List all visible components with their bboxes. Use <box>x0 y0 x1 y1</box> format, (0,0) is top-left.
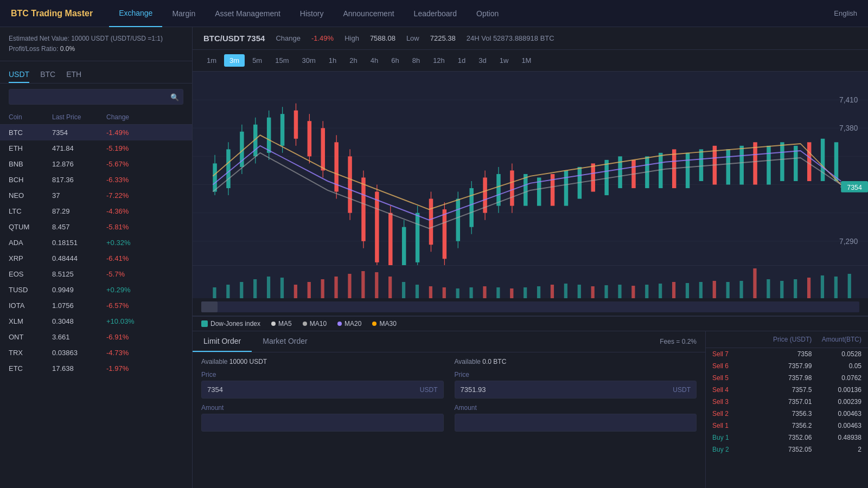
time-tab-1d[interactable]: 1d <box>452 54 471 67</box>
coin-price: 8.5125 <box>52 270 106 278</box>
chart-header: BTC/USDT 7354 Change -1.49% High 7588.08… <box>193 27 868 50</box>
legend-ma5-icon <box>271 322 276 326</box>
coin-row-etc[interactable]: ETC 17.638 -1.97% <box>0 361 192 376</box>
coin-tab-usdt[interactable]: USDT <box>9 67 29 83</box>
svg-rect-80 <box>780 142 784 181</box>
time-tab-1h[interactable]: 1h <box>323 54 342 67</box>
time-tab-3d[interactable]: 3d <box>473 54 492 67</box>
buy-price-label: Price <box>201 371 444 378</box>
coin-row-ada[interactable]: ADA 0.18151 +0.32% <box>0 235 192 251</box>
svg-rect-146 <box>672 282 675 298</box>
chart-change: -1.49% <box>311 34 334 42</box>
coin-price: 0.3048 <box>52 317 106 325</box>
svg-text:7,380: 7,380 <box>839 124 858 132</box>
time-tab-15m[interactable]: 15m <box>270 54 294 67</box>
coin-row-eos[interactable]: EOS 8.5125 -5.7% <box>0 266 192 282</box>
order-content: Available 10000 USDT Price USDT Amount <box>193 352 705 442</box>
ob-sell-7-label: Sell 7 <box>712 350 762 358</box>
coin-tab-eth[interactable]: ETH <box>66 67 81 83</box>
svg-rect-112 <box>213 287 216 298</box>
svg-rect-131 <box>469 287 473 298</box>
coin-name: NEO <box>9 191 52 200</box>
svg-rect-116 <box>267 277 270 298</box>
coin-price: 1.0756 <box>52 301 106 310</box>
time-tab-4h[interactable]: 4h <box>365 54 384 67</box>
nav-item-history[interactable]: History <box>290 0 334 27</box>
ob-sell-6-label: Sell 6 <box>712 362 762 370</box>
sell-amount-input-wrap <box>455 414 697 432</box>
nav-item-announcement[interactable]: Announcement <box>333 0 404 27</box>
header-change: Change <box>106 113 161 121</box>
coin-row-xrp[interactable]: XRP 0.48444 -6.41% <box>0 251 192 266</box>
buy-amount-input[interactable] <box>202 414 443 431</box>
svg-rect-124 <box>375 272 378 298</box>
svg-rect-79 <box>767 146 770 185</box>
coin-tab-btc[interactable]: BTC <box>40 67 55 83</box>
search-input[interactable] <box>9 89 183 105</box>
time-tab-2h[interactable]: 2h <box>344 54 362 67</box>
svg-rect-66 <box>591 163 595 191</box>
svg-rect-156 <box>807 278 810 298</box>
time-tab-30m[interactable]: 30m <box>296 54 321 67</box>
coin-row-iota[interactable]: IOTA 1.0756 -6.57% <box>0 298 192 313</box>
coin-row-bch[interactable]: BCH 817.36 -6.33% <box>0 172 192 188</box>
ob-sell-2: Sell 2 7356.3 0.00463 <box>706 408 868 420</box>
time-tab-3m[interactable]: 3m <box>224 54 245 67</box>
coin-row-btc[interactable]: BTC 7354 -1.49% <box>0 125 192 140</box>
svg-rect-68 <box>618 156 622 188</box>
time-tab-5m[interactable]: 5m <box>247 54 267 67</box>
svg-rect-154 <box>780 281 783 298</box>
coin-row-neo[interactable]: NEO 37 -7.22% <box>0 188 192 203</box>
nav-item-exchange[interactable]: Exchange <box>109 0 162 27</box>
coin-change: +0.32% <box>106 239 161 247</box>
coin-row-ont[interactable]: ONT 3.661 -6.91% <box>0 329 192 345</box>
legend-ma10-icon <box>303 322 307 326</box>
svg-rect-158 <box>834 277 838 298</box>
coin-row-tusd[interactable]: TUSD 0.9949 +0.29% <box>0 282 192 298</box>
order-tab-limit[interactable]: Limit Order <box>193 331 252 352</box>
ob-buy-2-amount: 2 <box>812 446 861 453</box>
order-tab-market[interactable]: Market Order <box>252 331 318 352</box>
time-tab-8h[interactable]: 8h <box>407 54 425 67</box>
coin-price: 17.638 <box>52 364 106 373</box>
svg-rect-142 <box>618 285 621 298</box>
svg-rect-113 <box>226 285 229 298</box>
low-label: Low <box>406 34 419 42</box>
svg-rect-61 <box>524 174 527 206</box>
coin-row-bnb[interactable]: BNB 12.876 -5.67% <box>0 156 192 172</box>
coin-row-xlm[interactable]: XLM 0.3048 +10.03% <box>0 313 192 329</box>
nav-item-margin[interactable]: Margin <box>162 0 205 27</box>
svg-rect-120 <box>321 279 324 298</box>
buy-price-input[interactable] <box>202 381 414 398</box>
coin-name: XLM <box>9 317 52 325</box>
ob-buy-2-label: Buy 2 <box>712 446 762 453</box>
svg-rect-150 <box>726 282 730 298</box>
ob-sell-4: Sell 4 7357.5 0.00136 <box>706 384 868 396</box>
coin-price: 0.9949 <box>52 286 106 294</box>
coin-row-ltc[interactable]: LTC 87.29 -4.36% <box>0 203 192 219</box>
time-tab-1m[interactable]: 1m <box>201 54 222 67</box>
nav-language[interactable]: English <box>834 9 857 17</box>
header-price: Last Price <box>52 113 106 121</box>
time-tab-6h[interactable]: 6h <box>386 54 404 67</box>
time-tab-1w[interactable]: 1w <box>494 54 514 67</box>
coin-price: 37 <box>52 191 106 200</box>
ob-sell-1: Sell 1 7356.2 0.00463 <box>706 420 868 432</box>
nav-item-leaderboard[interactable]: Leaderboard <box>404 0 467 27</box>
svg-rect-134 <box>510 288 513 298</box>
nav-item-option[interactable]: Option <box>467 0 508 27</box>
coin-row-eth[interactable]: ETH 471.84 -5.19% <box>0 140 192 156</box>
nav-item-asset[interactable]: Asset Management <box>205 0 290 27</box>
coin-row-trx[interactable]: TRX 0.03863 -4.73% <box>0 345 192 361</box>
order-tabs: Limit Order Market Order Fees = 0.2% <box>193 331 705 352</box>
svg-rect-128 <box>429 286 432 298</box>
coin-name: BCH <box>9 176 52 184</box>
time-tab-12h[interactable]: 12h <box>427 54 450 67</box>
sell-price-input[interactable] <box>455 381 668 398</box>
net-value-text: Estimated Net Value: 10000 USDT (USDT/US… <box>9 34 183 44</box>
sell-amount-input[interactable] <box>455 414 697 431</box>
ob-sell-4-price: 7357.5 <box>762 386 812 394</box>
coin-row-qtum[interactable]: QTUM 8.457 -5.81% <box>0 219 192 235</box>
legend-ma20-label: MA20 <box>344 320 361 328</box>
time-tab-1M[interactable]: 1M <box>516 54 537 67</box>
